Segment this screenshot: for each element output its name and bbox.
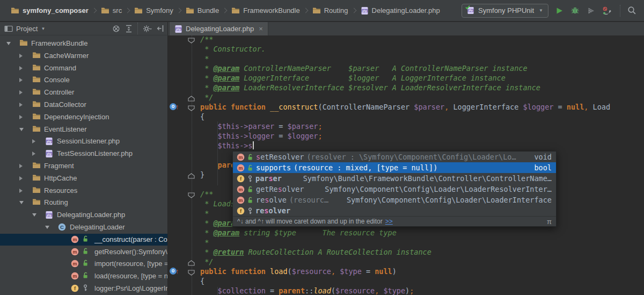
breadcrumb-label: Symfony <box>146 6 173 15</box>
project-tree[interactable]: FrameworkBundleCacheWarmerCommandConsole… <box>0 35 168 295</box>
breadcrumb-item[interactable]: FrameworkBundle <box>231 6 300 15</box>
chevron-collapsed-icon[interactable] <box>19 90 23 95</box>
chevron-collapsed-icon[interactable] <box>32 139 35 143</box>
folder-icon <box>32 113 41 120</box>
tree-item-label: Fragment <box>44 162 74 170</box>
tree-item-label: Console <box>44 76 70 84</box>
completion-item-supports[interactable]: msupports(resource : mixed, [type = null… <box>233 162 556 173</box>
php-file-icon: php <box>45 137 53 146</box>
completion-item-parser[interactable]: fparserSymfony\Bundle\FrameworkBundle\Co… <box>233 173 556 184</box>
breadcrumb-item[interactable]: phpDelegatingLoader.php <box>361 6 440 15</box>
tree-row-testsessionlistener-php[interactable]: phpTestSessionListener.php <box>0 148 168 160</box>
code-line-12: $this->s <box>200 141 254 150</box>
code-line-6: * @param LoaderResolverInterface $resolv… <box>200 83 540 92</box>
completion-item-resolver[interactable]: fresolver <box>233 205 556 216</box>
fold-marker-icon[interactable] <box>188 94 195 100</box>
code-line-4: * @param ControllerNameParser $parser A … <box>200 63 528 73</box>
tree-row-fragment[interactable]: Fragment <box>0 160 168 172</box>
visibility-public-icon <box>247 154 253 161</box>
chevron-collapsed-icon[interactable] <box>19 54 23 58</box>
project-panel-title[interactable]: Project <box>16 25 38 33</box>
tree-row-logger-psr-log-loggerinterface[interactable]: flogger:Psr\Log\LoggerInterface <box>0 283 168 294</box>
fold-marker-icon[interactable] <box>188 36 195 42</box>
breadcrumb-item[interactable]: src <box>101 6 122 15</box>
svg-text:m: m <box>72 237 77 242</box>
fold-marker-icon[interactable] <box>188 268 195 274</box>
breadcrumb-item[interactable]: Bundle <box>186 6 219 15</box>
stop-listening-button[interactable] <box>602 6 613 15</box>
tree-row-console[interactable]: Console <box>0 74 168 86</box>
chevron-expanded-icon[interactable] <box>19 201 24 204</box>
tab-title: DelegatingLoader.php <box>186 25 254 33</box>
fold-marker-icon[interactable] <box>188 191 195 197</box>
svg-text:php: php <box>47 214 52 217</box>
breadcrumb-item[interactable]: Routing <box>312 6 348 15</box>
folder-icon <box>312 7 321 14</box>
tree-row-delegatingloader[interactable]: CDelegatingLoader <box>0 221 168 233</box>
completion-item-resolve[interactable]: mresolve(resourc…Symfony\Component\Confi… <box>233 195 556 205</box>
tree-item-label: CacheWarmer <box>44 52 89 60</box>
visibility-public-icon <box>83 260 89 267</box>
editor-tab-delegatingloader[interactable]: php DelegatingLoader.php × <box>169 22 268 35</box>
settings-gear-button[interactable] <box>143 25 152 33</box>
completion-item-getResolver[interactable]: mgetResolverSymfony\Component\Config\Loa… <box>233 184 556 195</box>
breadcrumb-item[interactable]: Symfony <box>134 6 173 15</box>
fold-marker-icon[interactable] <box>188 171 195 177</box>
locate-button[interactable] <box>112 25 120 33</box>
run-with-coverage-button[interactable] <box>587 6 595 15</box>
chevron-collapsed-icon[interactable] <box>19 176 23 181</box>
debug-button[interactable] <box>570 6 580 15</box>
fold-marker-icon[interactable] <box>188 258 195 264</box>
chevron-collapsed-icon[interactable] <box>19 66 23 70</box>
code-line-5: * @param LoggerInterface $logger A Logge… <box>200 73 506 83</box>
tree-row-command[interactable]: Command <box>0 62 168 74</box>
chevron-expanded-icon[interactable] <box>6 42 11 45</box>
overrides-method-icon[interactable]: o↑ <box>170 103 179 110</box>
tree-row-eventlistener[interactable]: EventListener <box>0 124 168 135</box>
breadcrumb-chevron-icon <box>91 8 97 13</box>
field-icon: f <box>237 175 245 183</box>
chevron-expanded-icon[interactable] <box>19 128 24 131</box>
completion-more-link[interactable]: >> <box>385 218 393 225</box>
chevron-collapsed-icon[interactable] <box>19 189 23 193</box>
tree-row-delegatingloader-php[interactable]: phpDelegatingLoader.php <box>0 209 168 221</box>
chevron-collapsed-icon[interactable] <box>19 78 23 82</box>
run-configuration-select[interactable]: php Symfony PHPUnit ▼ <box>462 4 548 18</box>
chevron-collapsed-icon[interactable] <box>19 164 23 168</box>
completion-name: getResolver <box>256 185 304 193</box>
folder-icon <box>32 174 41 181</box>
chevron-collapsed-icon[interactable] <box>19 103 23 107</box>
tree-row-datacollector[interactable]: DataCollector <box>0 99 168 111</box>
completion-item-setResolver[interactable]: msetResolver(resolver : \Symfony\Compone… <box>233 152 556 162</box>
tree-row-frameworkbundle[interactable]: FrameworkBundle <box>0 38 168 49</box>
tree-row-sessionlistener-php[interactable]: phpSessionListener.php <box>0 135 168 147</box>
run-button[interactable] <box>555 6 564 15</box>
collapse-all-button[interactable] <box>125 25 133 33</box>
tree-row--construct-parser-controllerna[interactable]: m__construct(parser : ControllerNamePars… <box>0 234 168 246</box>
chevron-expanded-icon[interactable] <box>45 226 49 229</box>
code-line-2: * Constructor. <box>200 44 266 54</box>
tree-row-dependencyinjection[interactable]: DependencyInjection <box>0 111 168 123</box>
tree-row-getresolver-symfony-component-[interactable]: mgetResolver():Symfony\Component\Config\… <box>0 246 168 258</box>
search-everywhere-button[interactable] <box>627 6 636 15</box>
chevron-down-icon[interactable]: ▼ <box>41 26 45 31</box>
fold-marker-icon[interactable] <box>188 104 195 110</box>
chevron-collapsed-icon[interactable] <box>19 115 23 119</box>
tree-row-controller[interactable]: Controller <box>0 87 168 98</box>
tree-item-label: Routing <box>44 198 68 206</box>
tree-row-resources[interactable]: Resources <box>0 185 168 197</box>
chevron-collapsed-icon[interactable] <box>32 152 35 156</box>
overrides-method-icon[interactable]: o↑ <box>170 268 179 275</box>
code-line-26: { <box>200 276 204 286</box>
chevron-expanded-icon[interactable] <box>32 213 36 217</box>
tree-row-httpcache[interactable]: HttpCache <box>0 172 168 184</box>
tree-row-load-resource-type-null-symfon[interactable]: mload(resource, [type = null]):Symfony\C… <box>0 270 168 282</box>
tree-row-import-resource-type-null-[interactable]: mimport(resource, [type = null]) <box>0 258 168 270</box>
tree-row-cachewarmer[interactable]: CacheWarmer <box>0 50 168 62</box>
close-icon[interactable]: × <box>259 25 263 32</box>
breadcrumb-item[interactable]: symfony_composer <box>11 6 89 15</box>
tree-row-routing[interactable]: Routing <box>0 197 168 208</box>
svg-text:m: m <box>72 261 77 267</box>
svg-text:m: m <box>238 186 243 192</box>
hide-panel-button[interactable] <box>157 25 164 32</box>
